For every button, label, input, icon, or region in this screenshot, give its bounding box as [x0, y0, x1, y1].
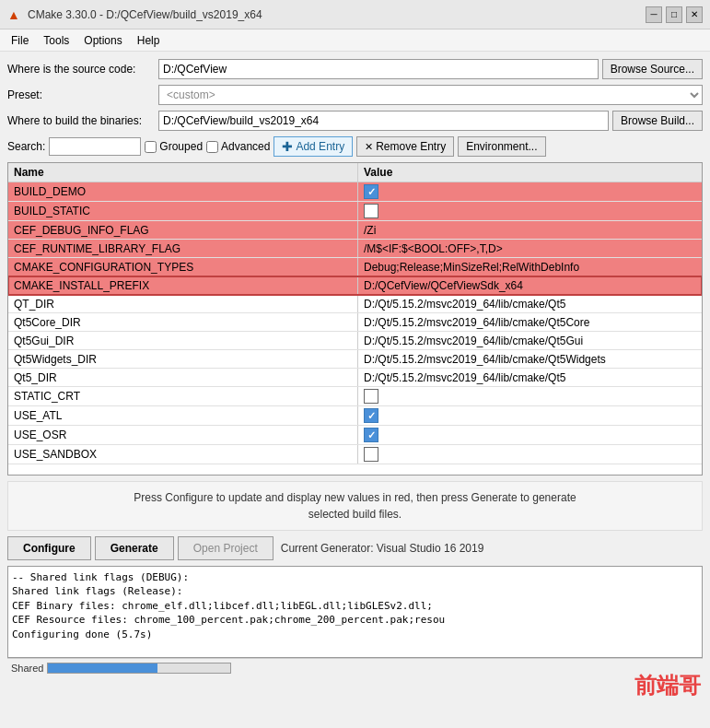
- table-cell-value: ✓: [358, 426, 702, 444]
- title-bar-text: CMake 3.30.0 - D:/QCefView/build_vs2019_…: [28, 8, 646, 21]
- table-row[interactable]: Qt5Core_DIRD:/Qt/5.15.2/msvc2019_64/lib/…: [8, 313, 702, 332]
- open-project-button[interactable]: Open Project: [178, 536, 274, 560]
- table-cell-name: QT_DIR: [8, 295, 358, 312]
- preset-label: Preset:: [7, 88, 155, 101]
- table-row[interactable]: CMAKE_INSTALL_PREFIXD:/QCefView/QCefView…: [8, 276, 702, 295]
- add-entry-label: Add Entry: [296, 140, 344, 153]
- info-line2: selected build files.: [308, 508, 402, 521]
- preset-select[interactable]: <custom>: [158, 85, 703, 105]
- watermark: 前端哥: [634, 671, 701, 700]
- grouped-checkbox[interactable]: [145, 141, 157, 153]
- status-bar: Shared: [7, 658, 703, 676]
- table-row[interactable]: Qt5Widgets_DIRD:/Qt/5.15.2/msvc2019_64/l…: [8, 350, 702, 369]
- bottom-buttons: Configure Generate Open Project Current …: [7, 536, 703, 560]
- menu-tools[interactable]: Tools: [36, 32, 76, 49]
- table-cell-name: CMAKE_CONFIGURATION_TYPES: [8, 258, 358, 276]
- add-entry-button[interactable]: ✚ Add Entry: [274, 136, 353, 157]
- build-input[interactable]: [158, 111, 609, 131]
- grouped-checkbox-label[interactable]: Grouped: [145, 140, 203, 153]
- table-row[interactable]: USE_SANDBOX: [8, 445, 702, 464]
- table-row[interactable]: Qt5Gui_DIRD:/Qt/5.15.2/msvc2019_64/lib/c…: [8, 332, 702, 350]
- table-cell-value: ✓: [358, 182, 702, 201]
- log-line: Shared link flags (Release):: [12, 584, 698, 598]
- toolbar-row: Search: Grouped Advanced ✚ Add Entry ✕ R…: [7, 136, 703, 157]
- source-code-row: Where is the source code: Browse Source.…: [7, 59, 703, 79]
- menu-options[interactable]: Options: [76, 32, 129, 49]
- log-line: CEF Resource files: chrome_100_percent.p…: [12, 613, 698, 627]
- log-area[interactable]: -- Shared link flags (DEBUG): Shared lin…: [7, 566, 703, 658]
- menu-file[interactable]: File: [4, 32, 36, 49]
- browse-source-button[interactable]: Browse Source...: [602, 59, 703, 79]
- table-row[interactable]: QT_DIRD:/Qt/5.15.2/msvc2019_64/lib/cmake…: [8, 295, 702, 313]
- table-cell-value: D:/Qt/5.15.2/msvc2019_64/lib/cmake/Qt5: [358, 295, 702, 312]
- table-cell-value: [358, 445, 702, 464]
- table-cell-name: Qt5Widgets_DIR: [8, 350, 358, 368]
- preset-row: Preset: <custom>: [7, 85, 703, 105]
- minimize-button[interactable]: ─: [646, 6, 662, 23]
- table-cell-value: D:/Qt/5.15.2/msvc2019_64/lib/cmake/Qt5Gu…: [358, 332, 702, 349]
- advanced-checkbox[interactable]: [206, 141, 218, 153]
- table-cell-name: USE_ATL: [8, 406, 358, 425]
- table-cell-name: USE_OSR: [8, 426, 358, 444]
- table-cell-name: Qt5_DIR: [8, 369, 358, 386]
- table-cell-value: D:/Qt/5.15.2/msvc2019_64/lib/cmake/Qt5: [358, 369, 702, 386]
- grouped-label: Grouped: [159, 140, 203, 153]
- generator-text: Current Generator: Visual Studio 16 2019: [277, 542, 488, 555]
- add-icon: ✚: [282, 139, 293, 154]
- menu-bar: File Tools Options Help: [0, 29, 710, 52]
- build-label: Where to build the binaries:: [7, 114, 155, 127]
- table-header: Name Value: [8, 163, 702, 182]
- search-label: Search:: [7, 140, 45, 153]
- table-cell-name: BUILD_STATIC: [8, 202, 358, 220]
- table-container: Name Value BUILD_DEMO✓BUILD_STATICCEF_DE…: [7, 162, 703, 476]
- remove-icon: ✕: [365, 141, 373, 153]
- table-row[interactable]: BUILD_STATIC: [8, 202, 702, 221]
- maximize-button[interactable]: □: [666, 6, 682, 23]
- table-row[interactable]: CEF_DEBUG_INFO_FLAG/Zi: [8, 221, 702, 240]
- table-row[interactable]: BUILD_DEMO✓: [8, 182, 702, 202]
- table-row[interactable]: USE_OSR✓: [8, 426, 702, 445]
- configure-button[interactable]: Configure: [7, 536, 91, 560]
- log-line: -- Shared link flags (DEBUG):: [12, 570, 698, 584]
- title-bar: ▲ CMake 3.30.0 - D:/QCefView/build_vs201…: [0, 0, 710, 29]
- table-cell-value: /Zi: [358, 221, 702, 239]
- table-row[interactable]: CEF_RUNTIME_LIBRARY_FLAG/M$<IF:$<BOOL:OF…: [8, 240, 702, 258]
- remove-entry-button[interactable]: ✕ Remove Entry: [356, 136, 454, 157]
- progress-bar: [47, 663, 231, 674]
- table-cell-value: Debug;Release;MinSizeRel;RelWithDebInfo: [358, 258, 702, 276]
- source-label: Where is the source code:: [7, 63, 155, 76]
- header-value: Value: [358, 163, 702, 182]
- table-cell-value: [358, 202, 702, 220]
- remove-entry-label: Remove Entry: [376, 140, 446, 153]
- status-shared-text: Shared: [11, 663, 43, 674]
- menu-help[interactable]: Help: [130, 32, 168, 49]
- advanced-label: Advanced: [221, 140, 270, 153]
- info-line1: Press Configure to update and display ne…: [134, 491, 576, 504]
- source-input[interactable]: [158, 59, 599, 79]
- table-cell-name: BUILD_DEMO: [8, 182, 358, 201]
- table-cell-name: CEF_DEBUG_INFO_FLAG: [8, 221, 358, 239]
- app-icon: ▲: [7, 7, 22, 22]
- environment-button[interactable]: Environment...: [458, 136, 545, 157]
- table-cell-value: D:/Qt/5.15.2/msvc2019_64/lib/cmake/Qt5Co…: [358, 313, 702, 331]
- table-cell-name: USE_SANDBOX: [8, 445, 358, 464]
- table-row[interactable]: STATIC_CRT: [8, 387, 702, 406]
- build-binaries-row: Where to build the binaries: Browse Buil…: [7, 111, 703, 131]
- progress-fill: [48, 663, 157, 673]
- advanced-checkbox-label[interactable]: Advanced: [206, 140, 270, 153]
- table-cell-value: [358, 387, 702, 405]
- search-input[interactable]: [49, 137, 141, 156]
- table-cell-value: D:/Qt/5.15.2/msvc2019_64/lib/cmake/Qt5Wi…: [358, 350, 702, 368]
- browse-build-button[interactable]: Browse Build...: [612, 111, 703, 131]
- table-cell-name: CEF_RUNTIME_LIBRARY_FLAG: [8, 240, 358, 257]
- info-text: Press Configure to update and display ne…: [7, 481, 703, 531]
- table-cell-name: CMAKE_INSTALL_PREFIX: [8, 276, 358, 294]
- log-line: Configuring done (5.7s): [12, 628, 698, 641]
- table-row[interactable]: USE_ATL✓: [8, 406, 702, 426]
- close-button[interactable]: ✕: [686, 6, 703, 23]
- table-row[interactable]: CMAKE_CONFIGURATION_TYPESDebug;Release;M…: [8, 258, 702, 276]
- table-cell-value: D:/QCefView/QCefViewSdk_x64: [358, 276, 702, 294]
- table-cell-value: ✓: [358, 406, 702, 425]
- table-row[interactable]: Qt5_DIRD:/Qt/5.15.2/msvc2019_64/lib/cmak…: [8, 369, 702, 387]
- generate-button[interactable]: Generate: [95, 536, 174, 560]
